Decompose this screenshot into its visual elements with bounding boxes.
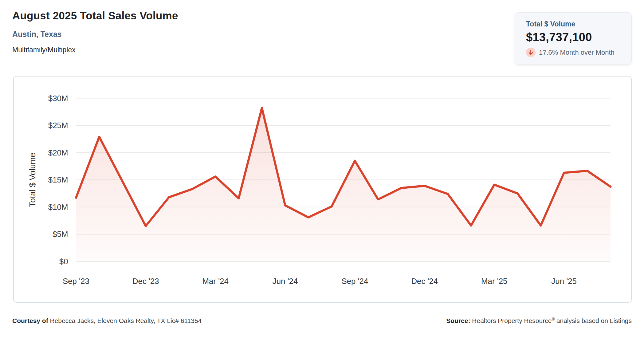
stat-card-label: Total $ Volume bbox=[526, 20, 623, 28]
x-tick-label: Jun '24 bbox=[273, 277, 298, 285]
source-text: Source: Realtors Property Resource® anal… bbox=[446, 317, 632, 324]
x-tick-label: Sep '24 bbox=[342, 277, 368, 285]
y-tick-label: $15M bbox=[48, 175, 68, 184]
source-suffix: analysis based on Listings bbox=[555, 317, 632, 324]
sales-volume-line-chart: $0$5M$10M$15M$20M$25M$30MSep '23Dec '23M… bbox=[14, 77, 631, 302]
source-label: Source: bbox=[446, 317, 472, 324]
y-tick-label: $30M bbox=[48, 94, 68, 103]
courtesy-value: Rebecca Jacks, Eleven Oaks Realty, TX Li… bbox=[50, 317, 202, 324]
down-arrow-icon bbox=[526, 48, 536, 57]
header-title-block: August 2025 Total Sales Volume Austin, T… bbox=[12, 9, 178, 54]
x-tick-label: Mar '25 bbox=[481, 277, 507, 285]
total-volume-stat-card: Total $ Volume $13,737,100 17.6% Month o… bbox=[515, 12, 632, 65]
courtesy-text: Courtesy of Rebecca Jacks, Eleven Oaks R… bbox=[12, 317, 202, 324]
y-tick-label: $25M bbox=[48, 121, 68, 130]
subtitle-location: Austin, Texas bbox=[12, 30, 178, 39]
stat-card-value: $13,737,100 bbox=[526, 31, 623, 44]
y-tick-label: $5M bbox=[53, 230, 68, 238]
subtitle-property-type: Multifamily/Multiplex bbox=[12, 46, 178, 54]
footer: Courtesy of Rebecca Jacks, Eleven Oaks R… bbox=[0, 317, 644, 324]
source-name: Realtors Property Resource bbox=[472, 317, 552, 324]
x-tick-label: Mar '24 bbox=[202, 277, 228, 285]
y-tick-label: $10M bbox=[48, 203, 68, 211]
page-title: August 2025 Total Sales Volume bbox=[12, 9, 178, 22]
x-tick-label: Dec '23 bbox=[132, 277, 159, 285]
y-tick-label: $0 bbox=[59, 257, 68, 266]
x-tick-label: Sep '23 bbox=[63, 277, 89, 285]
y-axis-title: Total $ Volume bbox=[28, 153, 37, 207]
chart-card: $0$5M$10M$15M$20M$25M$30MSep '23Dec '23M… bbox=[13, 76, 632, 303]
y-tick-label: $20M bbox=[48, 148, 68, 157]
courtesy-label: Courtesy of bbox=[12, 317, 50, 324]
report-page: August 2025 Total Sales Volume Austin, T… bbox=[0, 0, 644, 338]
stat-change-row: 17.6% Month over Month bbox=[526, 48, 623, 57]
x-tick-label: Dec '24 bbox=[411, 277, 438, 285]
stat-change-label: 17.6% Month over Month bbox=[539, 49, 615, 57]
x-tick-label: Jun '25 bbox=[551, 277, 577, 285]
registered-mark: ® bbox=[552, 317, 555, 321]
